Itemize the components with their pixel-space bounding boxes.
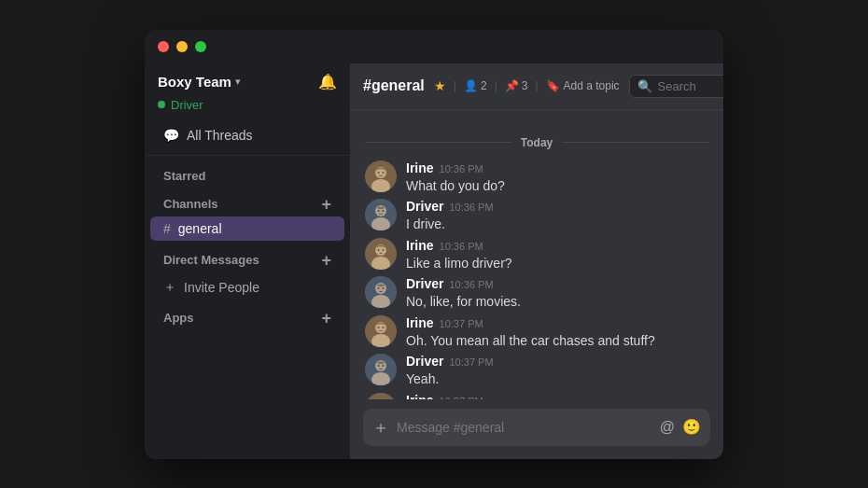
date-divider-text: Today bbox=[521, 136, 553, 149]
invite-plus-icon: ＋ bbox=[163, 279, 176, 296]
dm-header: Direct Messages + bbox=[150, 244, 344, 272]
starred-header: Starred bbox=[150, 161, 344, 187]
search-icon: 🔍 bbox=[637, 79, 652, 93]
app-window: Boxy Team ▾ 🔔 Driver 💬 All Threads Starr… bbox=[145, 30, 723, 459]
message-input[interactable] bbox=[397, 420, 652, 435]
notifications-icon[interactable]: 🔔 bbox=[318, 73, 337, 91]
svg-point-13 bbox=[378, 249, 380, 251]
message-input-box: ＋ @ 🙂 bbox=[363, 409, 710, 446]
avatar bbox=[365, 199, 397, 230]
search-input[interactable] bbox=[658, 79, 723, 93]
message-row: Irine10:36 PMWhat do you do? bbox=[365, 160, 708, 196]
meta-divider-2: | bbox=[495, 79, 497, 92]
channels-section: Channels + # general bbox=[145, 187, 350, 243]
dm-label: Direct Messages bbox=[163, 253, 259, 267]
message-header-row: Irine10:36 PM bbox=[406, 238, 708, 253]
message-content: Driver10:37 PMYeah. bbox=[406, 354, 708, 389]
add-dm-button[interactable]: + bbox=[321, 252, 331, 269]
apps-section: Apps + bbox=[145, 300, 350, 332]
add-app-button[interactable]: + bbox=[321, 310, 331, 327]
message-header-row: Driver10:36 PM bbox=[406, 199, 708, 214]
star-icon[interactable]: ★ bbox=[434, 78, 446, 93]
workspace-header: Boxy Team ▾ 🔔 bbox=[145, 63, 350, 96]
add-topic-button[interactable]: 🔖 Add a topic bbox=[546, 79, 620, 92]
chevron-down-icon: ▾ bbox=[235, 76, 241, 88]
message-content: Driver10:36 PMI drive. bbox=[406, 199, 708, 234]
title-bar bbox=[145, 30, 723, 63]
add-attachment-button[interactable]: ＋ bbox=[372, 416, 389, 439]
svg-point-4 bbox=[383, 172, 385, 174]
sidebar-item-general[interactable]: # general bbox=[150, 216, 344, 241]
svg-point-8 bbox=[378, 210, 380, 212]
message-header-row: Irine10:37 PM bbox=[406, 315, 708, 330]
meta-divider-3: | bbox=[535, 79, 538, 92]
header-meta: ★ | 👤 2 | 📌 3 | 🔖 Add a topic bbox=[434, 78, 620, 93]
message-content: Irine10:36 PMWhat do you do? bbox=[406, 160, 708, 196]
date-divider-line-left bbox=[365, 142, 511, 143]
svg-point-19 bbox=[383, 287, 385, 289]
chat-panel: #general ★ | 👤 2 | 📌 3 | 🔖 bbox=[350, 63, 723, 459]
workspace-name: Boxy Team bbox=[158, 74, 231, 90]
all-threads-label: All Threads bbox=[187, 128, 253, 143]
message-text: I drive. bbox=[406, 216, 708, 234]
channel-general-label: general bbox=[178, 221, 222, 236]
avatar bbox=[365, 354, 397, 385]
status-text: Driver bbox=[171, 98, 203, 112]
add-channel-button[interactable]: + bbox=[321, 196, 331, 213]
svg-point-14 bbox=[383, 249, 385, 251]
channels-label: Channels bbox=[163, 197, 218, 211]
meta-divider: | bbox=[454, 79, 456, 92]
message-content: Driver10:36 PMNo, like, for movies. bbox=[406, 276, 708, 312]
message-content: Irine10:37 PMOh. You mean all the car ch… bbox=[406, 315, 708, 351]
date-divider: Today bbox=[365, 136, 708, 149]
status-dot-icon bbox=[158, 101, 165, 108]
close-button[interactable] bbox=[158, 41, 169, 52]
message-text: No, like, for movies. bbox=[406, 293, 708, 312]
message-author: Irine bbox=[406, 315, 434, 330]
message-author: Driver bbox=[406, 354, 443, 369]
message-text: Yeah. bbox=[406, 370, 708, 389]
svg-point-23 bbox=[378, 327, 380, 328]
sidebar-item-all-threads[interactable]: 💬 All Threads bbox=[150, 123, 344, 147]
message-header-row: Irine10:36 PM bbox=[406, 160, 708, 175]
invite-label: Invite People bbox=[184, 280, 259, 295]
message-time: 10:37 PM bbox=[449, 356, 493, 368]
avatar bbox=[365, 160, 397, 192]
message-author: Irine bbox=[406, 160, 434, 175]
message-row: Irine10:36 PMLike a limo driver? bbox=[365, 238, 708, 273]
message-header-row: Driver10:37 PM bbox=[406, 354, 708, 369]
member-count: 👤 2 bbox=[464, 79, 487, 92]
svg-point-29 bbox=[383, 365, 385, 367]
mention-icon[interactable]: @ bbox=[660, 419, 675, 436]
message-row: Driver10:37 PMYeah. bbox=[365, 354, 708, 389]
maximize-button[interactable] bbox=[195, 41, 206, 52]
pin-count: 📌 3 bbox=[505, 79, 528, 92]
message-input-area: ＋ @ 🙂 bbox=[350, 399, 723, 459]
main-layout: Boxy Team ▾ 🔔 Driver 💬 All Threads Starr… bbox=[145, 63, 723, 459]
hash-icon: # bbox=[163, 221, 171, 236]
message-row: Driver10:36 PMI drive. bbox=[365, 199, 708, 234]
channel-name: #general bbox=[363, 77, 425, 94]
message-time: 10:36 PM bbox=[449, 279, 493, 290]
bookmark-icon: 🔖 bbox=[546, 79, 560, 92]
message-time: 10:36 PM bbox=[440, 163, 483, 174]
message-time: 10:36 PM bbox=[449, 202, 493, 213]
member-icon: 👤 bbox=[464, 79, 478, 92]
svg-point-9 bbox=[383, 210, 385, 212]
pin-icon: 📌 bbox=[505, 79, 519, 92]
message-text: Oh. You mean all the car chases and stuf… bbox=[406, 332, 708, 351]
workspace-name-row[interactable]: Boxy Team ▾ bbox=[158, 74, 241, 90]
invite-people-item[interactable]: ＋ Invite People bbox=[150, 274, 344, 300]
input-actions: @ 🙂 bbox=[660, 418, 701, 436]
message-row: Irine10:37 PMOh. You mean all the car ch… bbox=[365, 315, 708, 351]
message-header-row: Driver10:36 PM bbox=[406, 276, 708, 291]
message-author: Driver bbox=[406, 199, 443, 214]
svg-point-18 bbox=[378, 287, 380, 289]
emoji-icon[interactable]: 🙂 bbox=[682, 418, 701, 436]
minimize-button[interactable] bbox=[176, 41, 188, 52]
avatar bbox=[365, 315, 397, 347]
header-actions: 🔍 @ ☆ ⋮ bbox=[629, 75, 723, 98]
search-box[interactable]: 🔍 bbox=[629, 75, 723, 98]
message-text: Like a limo driver? bbox=[406, 255, 708, 273]
apps-header: Apps + bbox=[150, 302, 344, 330]
